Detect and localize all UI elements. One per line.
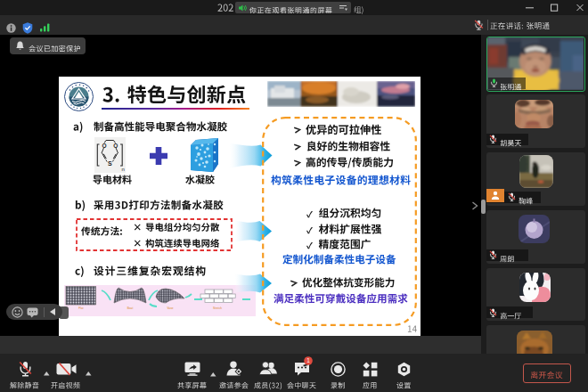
svg-text:O: O [113,142,118,148]
svg-text:Vase: Vase [167,306,173,310]
svg-text:n: n [122,166,125,171]
svg-text:Stretch: Stretch [213,306,222,310]
svg-text:Flat: Flat [78,306,83,310]
svg-text:1: 1 [306,357,310,363]
svg-text:S: S [108,160,112,167]
svg-text:O: O [102,142,106,148]
svg-text:Boat: Boat [127,306,134,310]
